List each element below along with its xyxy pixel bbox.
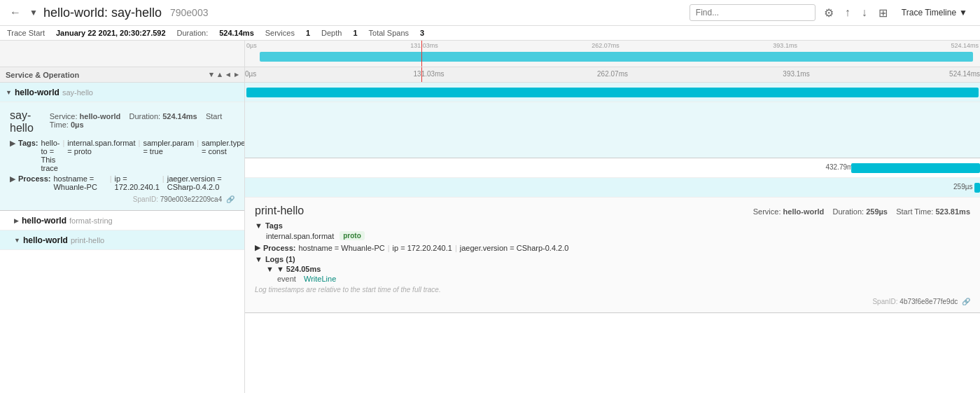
service-row-format-string[interactable]: ▶ hello-world format-string <box>0 211 244 230</box>
ruler-tick-4: 524.14ms <box>949 70 980 78</box>
expand-format-icon[interactable]: ▶ <box>14 217 19 224</box>
service-row-say-hello[interactable]: ▼ hello-world say-hello <box>0 83 244 102</box>
tags-arrow-icon[interactable]: ▶ <box>10 139 15 148</box>
timeline-row-say-hello[interactable] <box>245 83 980 102</box>
overview-bar <box>260 52 973 62</box>
ruler-tick-1: 131.03ms <box>414 70 444 78</box>
detail-service-val: hello-world <box>80 112 121 120</box>
log-timestamp: ▼ 524.05ms <box>276 265 321 273</box>
timeline-row-print-hello[interactable]: 259µs <box>245 178 980 198</box>
bar-format-string <box>851 163 980 173</box>
say-hello-span-id-row: SpanID: 790e003e22209ca4 🔗 <box>10 195 234 203</box>
log-kv-row: event WriteLine <box>266 275 970 283</box>
trace-id: 790e003 <box>170 7 209 18</box>
service-header: Service & Operation ▾ ▴ ◂ ▸ <box>0 67 244 83</box>
settings-icon[interactable]: ⚙ <box>821 5 836 21</box>
depth-label: Depth <box>321 29 342 37</box>
ruler-3: 393.1ms <box>773 42 797 50</box>
grid-icon[interactable]: ⊞ <box>876 5 890 21</box>
print-service-label: Service: <box>753 207 781 216</box>
up-icon[interactable]: ↑ <box>842 5 853 20</box>
say-hello-spanid-link[interactable]: 🔗 <box>226 195 234 203</box>
proc-1: hostname = Whuanle-PC <box>53 174 106 191</box>
print-spanid-link[interactable]: 🔗 <box>962 298 970 305</box>
print-service-val: hello-world <box>783 207 825 216</box>
print-tags-toggle[interactable]: ▼ Tags <box>255 221 970 230</box>
sort-up-icon[interactable]: ▴ <box>218 70 222 79</box>
detail-print-meta: Service: hello-world Duration: 259µs Sta… <box>753 207 970 216</box>
timeline-ruler: 0µs 131.03ms 262.07ms 393.1ms 524.14ms <box>245 67 980 83</box>
log-event-key: event <box>277 275 296 283</box>
expand-say-hello-icon[interactable]: ▼ <box>6 89 12 96</box>
detail-print-header: print-hello Service: hello-world Duratio… <box>255 205 970 217</box>
sort-left-icon[interactable]: ◂ <box>226 70 230 79</box>
total-spans-label: Total Spans <box>369 29 409 37</box>
overview-cursor <box>421 41 422 67</box>
service-header-icons: ▾ ▴ ◂ ▸ <box>209 70 239 79</box>
timeline-row-format-string[interactable]: 432.79ms <box>245 158 980 178</box>
operation-print-name: print-hello <box>71 236 104 244</box>
trace-timeline-label: Trace Timeline <box>902 8 956 18</box>
print-tags-content: internal.span.format proto <box>255 231 970 240</box>
print-starttime-val: 523.81ms <box>935 207 970 216</box>
total-spans-value: 3 <box>420 29 424 37</box>
log-ts-icon: ▼ <box>266 265 274 273</box>
detail-say-hello-title: say-hello <box>10 109 50 135</box>
print-proc-1: hostname = Whuanle-PC <box>298 244 384 252</box>
print-span-id-row: SpanID: 4b73f6e8e77fe9dc 🔗 <box>255 298 970 305</box>
duration-label: Duration: <box>177 29 209 37</box>
services-label: Services <box>265 29 295 37</box>
tag-4: sampler.type = const <box>202 139 244 156</box>
services-value: 1 <box>306 29 310 37</box>
operation-say-hello-name: say-hello <box>62 88 93 97</box>
ruler-4: 524.14ms <box>951 42 979 50</box>
trace-timeline-button[interactable]: Trace Timeline ▼ <box>896 5 973 20</box>
print-proc-2: ip = 172.20.240.1 <box>393 244 452 252</box>
say-hello-spanid-label: SpanID: <box>133 195 158 203</box>
tag-1: hello-to = This trace <box>41 139 60 172</box>
say-hello-spanid-val: 790e003e22209ca4 <box>160 195 222 203</box>
overview-right: 0µs 131.03ms 262.07ms 393.1ms 524.14ms <box>245 41 980 67</box>
find-input[interactable] <box>690 4 816 21</box>
ruler-tick-0: 0µs <box>245 70 256 78</box>
tag-3: sampler.param = true <box>143 139 194 156</box>
print-tags-label: Tags <box>265 221 283 230</box>
logs-expand-icon: ▼ <box>255 255 262 263</box>
detail-starttime-val: 0µs <box>71 120 84 129</box>
print-hello-label: 259µs <box>953 183 972 191</box>
sort-right-icon[interactable]: ▸ <box>234 70 239 79</box>
depth-value: 1 <box>353 29 357 37</box>
print-spanid-label: SpanID: <box>872 298 897 305</box>
print-tag-key: internal.span.format <box>266 232 334 240</box>
tags-expand-icon: ▼ <box>255 221 262 230</box>
service-row-print-hello[interactable]: ▼ hello-world print-hello <box>0 230 244 250</box>
log-ts-toggle[interactable]: ▼ ▼ 524.05ms <box>266 265 970 273</box>
print-process-section: ▶ Process: hostname = Whuanle-PC | ip = … <box>255 243 970 252</box>
trace-start-label: Trace Start <box>7 29 45 37</box>
service-header-label: Service & Operation <box>6 71 79 79</box>
print-process-toggle[interactable]: ▶ Process: hostname = Whuanle-PC | ip = … <box>255 243 970 252</box>
service-format-name: hello-world <box>22 216 66 226</box>
operation-format-name: format-string <box>69 216 113 225</box>
log-event-val: WriteLine <box>304 275 336 283</box>
bar-say-hello <box>246 88 979 97</box>
trace-dropdown-icon[interactable]: ▼ <box>29 8 38 18</box>
timeline-column: 0µs 131.03ms 262.07ms 393.1ms 524.14ms <box>245 67 980 393</box>
down-icon[interactable]: ↓ <box>859 5 870 20</box>
print-logs-section: ▼ Logs (1) ▼ ▼ 524.05ms event WriteLine <box>255 255 970 283</box>
sort-down-icon[interactable]: ▾ <box>209 70 214 79</box>
proc-2: ip = 172.20.240.1 <box>115 174 160 191</box>
back-button[interactable]: ← <box>7 5 24 20</box>
expand-print-icon[interactable]: ▼ <box>14 237 20 244</box>
print-tags-section: ▼ Tags internal.span.format proto <box>255 221 970 240</box>
print-logs-content: ▼ ▼ 524.05ms event WriteLine <box>255 265 970 283</box>
process-arrow-icon[interactable]: ▶ <box>10 174 15 184</box>
duration-value: 524.14ms <box>219 29 254 37</box>
print-logs-toggle[interactable]: ▼ Logs (1) <box>255 255 970 263</box>
ruler-cursor <box>421 67 422 82</box>
detail-print-title: print-hello <box>255 205 304 217</box>
ruler-tick-2: 262.07ms <box>597 70 628 78</box>
print-spanid-val: 4b73f6e8e77fe9dc <box>899 298 958 305</box>
detail-say-hello-header: say-hello Service: hello-world Duration:… <box>10 109 234 135</box>
bar-print-hello <box>974 183 980 193</box>
